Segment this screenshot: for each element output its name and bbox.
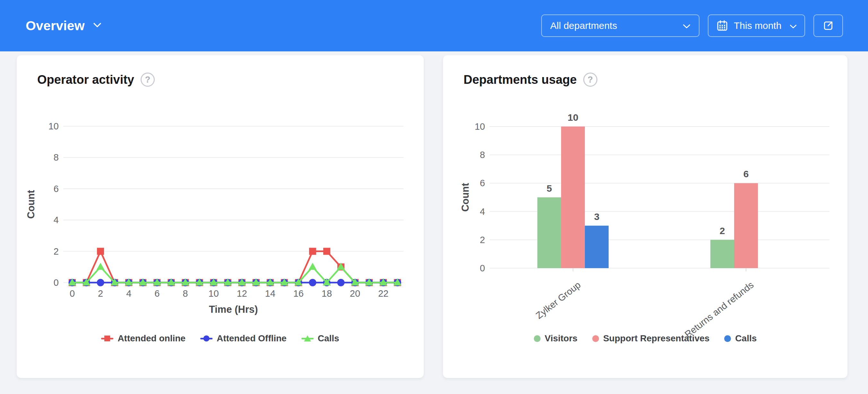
x-tick-label: 4 — [126, 289, 131, 299]
y-tick-label: 10 — [49, 121, 59, 131]
legend-label: Attended Offline — [217, 333, 287, 343]
marker-attended-online — [97, 248, 104, 255]
y-axis-label: Count — [460, 183, 471, 212]
legend-item-calls[interactable]: Calls — [302, 333, 339, 343]
bar-support-representatives-zylker-group — [561, 126, 585, 268]
y-tick-label: 0 — [54, 277, 59, 288]
x-axis-label: Time (Hrs) — [209, 304, 258, 315]
y-tick-label: 6 — [480, 178, 485, 188]
help-icon[interactable]: ? — [141, 72, 155, 87]
x-tick-label: 8 — [183, 289, 188, 299]
category-label: Zylker Group — [534, 280, 583, 321]
x-tick-label: 22 — [378, 289, 389, 299]
dot-marker-icon — [724, 335, 731, 342]
series-line-attended-online — [72, 251, 397, 282]
bar-visitors-returns-and-refunds — [710, 240, 734, 268]
y-axis-label: Count — [25, 190, 37, 219]
y-tick-label: 4 — [54, 215, 59, 225]
x-tick-label: 10 — [208, 289, 219, 299]
x-tick-label: 20 — [350, 289, 360, 299]
date-range-value: This month — [734, 20, 784, 31]
triangle-marker-icon — [302, 334, 314, 343]
operator-activity-card: Operator activity ? 0246810Count02468101… — [17, 55, 424, 378]
x-tick-label: 2 — [98, 289, 103, 299]
date-range-dropdown[interactable]: This month — [708, 14, 805, 37]
square-marker-icon — [101, 334, 113, 343]
legend-item-attended-online[interactable]: Attended online — [101, 333, 186, 343]
x-tick-label: 0 — [70, 289, 75, 299]
x-tick-label: 6 — [154, 289, 159, 299]
chevron-down-icon — [93, 23, 101, 29]
y-tick-label: 8 — [54, 152, 59, 162]
circle-marker-icon — [200, 334, 213, 343]
legend-label: Support Representatives — [603, 333, 709, 343]
page-title: Overview — [26, 18, 85, 33]
export-button[interactable] — [813, 14, 843, 37]
operator-card-title: Operator activity — [37, 73, 134, 87]
y-tick-label: 8 — [480, 150, 485, 160]
bar-value-label: 2 — [720, 225, 725, 236]
category-label: Returns and refunds — [683, 280, 756, 340]
series-line-calls — [72, 267, 397, 282]
y-tick-label: 10 — [475, 121, 485, 132]
departments-card-title: Departments usage — [464, 73, 577, 87]
marker-attended-offline — [309, 279, 316, 286]
legend-item-calls[interactable]: Calls — [724, 333, 756, 343]
dot-marker-icon — [534, 335, 540, 342]
bar-calls-zylker-group — [585, 226, 609, 268]
page-title-dropdown[interactable]: Overview — [26, 18, 101, 33]
legend-label: Attended online — [118, 333, 186, 343]
departments-card-header: Departments usage ? — [464, 72, 597, 87]
x-tick-label: 16 — [293, 289, 304, 299]
marker-attended-offline — [337, 279, 344, 286]
department-filter-dropdown[interactable]: All departments — [541, 14, 700, 37]
marker-attended-online — [309, 248, 316, 255]
departments-usage-card: Departments usage ? 0246810CountZylker G… — [443, 55, 847, 378]
external-link-icon — [822, 20, 834, 32]
bar-visitors-zylker-group — [537, 198, 561, 268]
departments-usage-bar-chart: 0246810CountZylker Group5103Returns and … — [443, 55, 847, 378]
legend-item-visitors[interactable]: Visitors — [534, 333, 578, 343]
bar-value-label: 5 — [547, 183, 552, 193]
marker-attended-offline — [97, 279, 104, 286]
marker-calls — [97, 263, 105, 270]
legend-label: Calls — [735, 333, 756, 343]
operator-card-header: Operator activity ? — [37, 72, 155, 87]
bar-value-label: 10 — [567, 112, 578, 123]
x-tick-label: 12 — [237, 289, 247, 299]
help-icon[interactable]: ? — [583, 72, 597, 87]
y-tick-label: 4 — [480, 207, 485, 217]
operator-activity-line-chart: 0246810Count0246810121416182022Time (Hrs… — [17, 55, 424, 378]
legend-label: Calls — [318, 333, 339, 343]
department-filter-value: All departments — [550, 20, 617, 31]
legend-item-support-representatives[interactable]: Support Representatives — [592, 333, 709, 343]
header-controls: All departments This month — [541, 14, 843, 37]
y-tick-label: 6 — [54, 184, 59, 194]
calendar-icon — [716, 20, 728, 32]
bar-support-representatives-returns-and-refunds — [734, 183, 758, 268]
dot-marker-icon — [592, 335, 599, 342]
x-tick-label: 18 — [322, 289, 332, 299]
bar-value-label: 6 — [743, 169, 749, 179]
chevron-down-icon — [790, 20, 797, 31]
x-tick-label: 14 — [265, 289, 275, 299]
operator-chart-legend: Attended online Attended Offline Calls — [17, 333, 424, 343]
legend-label: Visitors — [545, 333, 578, 343]
chevron-down-icon — [683, 20, 690, 31]
bar-value-label: 3 — [594, 211, 600, 222]
y-tick-label: 0 — [480, 263, 485, 273]
app-header: Overview All departments — [0, 0, 868, 51]
marker-attended-online — [323, 248, 330, 255]
departments-chart-legend: Visitors Support Representatives Calls — [443, 333, 847, 343]
y-tick-label: 2 — [54, 246, 59, 256]
y-tick-label: 2 — [480, 235, 485, 245]
legend-item-attended-offline[interactable]: Attended Offline — [200, 333, 287, 343]
marker-calls — [309, 263, 316, 270]
